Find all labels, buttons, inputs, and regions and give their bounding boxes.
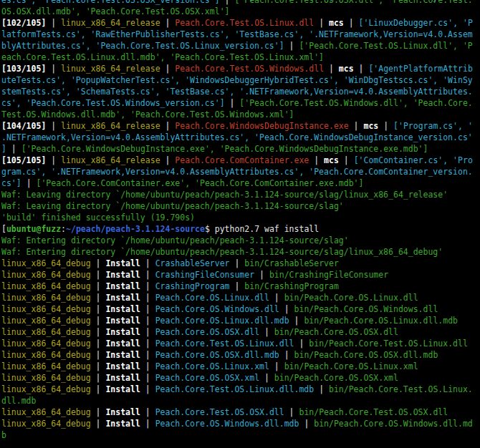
terminal-text-segment: |	[354, 64, 369, 74]
terminal-line: dll.mdb	[1, 395, 480, 406]
install-action: Install	[105, 350, 140, 360]
terminal-line: [102/105] | linux_x86_64_release | Peach…	[1, 17, 480, 29]
build-step-counter: [103/105]	[1, 64, 46, 74]
terminal-line: Waf: Entering directory `/home/ubuntu/pe…	[1, 235, 480, 246]
build-finished-message: 'build' finished successfully (19.790s)	[1, 213, 195, 223]
terminal-line: linux_x86_64_debug | Install | CrashingF…	[1, 269, 480, 281]
terminal-text-segment: |	[140, 258, 155, 268]
build-variant: linux_x86_64_debug	[1, 384, 91, 394]
install-source: CrashableServer	[155, 258, 230, 268]
prompt-path: ~/peach/peach-3.1.124-source	[66, 224, 205, 234]
terminal-line: b	[1, 429, 480, 441]
terminal-text-segment: |	[220, 0, 235, 5]
install-source: Peach.Core.Test.OS.OSX.dll	[155, 407, 284, 417]
install-source: Peach.Core.OS.Linux.xml	[155, 361, 269, 371]
terminal-text-segment: |	[140, 350, 155, 360]
terminal-text-segment: |	[91, 281, 106, 291]
terminal-line: OS.OSX.dll.mdb', 'Peach.Core.Test.OS.OSX…	[1, 6, 480, 17]
terminal-text-segment: ['AgentPlatformAttrib	[368, 64, 472, 74]
terminal-text-segment: |	[259, 373, 274, 383]
terminal-line: [105/105] | linux_x86_64_release | Peach…	[1, 155, 480, 166]
build-variant: linux_x86_64_debug	[1, 293, 91, 303]
terminal-text-segment: |	[91, 373, 106, 383]
terminal-text-segment: |	[140, 327, 155, 337]
terminal-text-segment: blyAttributes.cs', 'Peach.Core.Test.OS.L…	[1, 41, 284, 51]
terminal-line: linux_x86_64_debug | Install | Peach.Cor…	[1, 326, 480, 338]
terminal-text-segment: |	[349, 121, 364, 131]
install-source: Peach.Core.Test.OS.Linux.dll.mdb	[155, 384, 315, 394]
terminal-line: Waf: Leaving directory `/home/ubuntu/pea…	[1, 200, 480, 212]
compiler-name: mcs	[363, 121, 378, 131]
install-destination: dll.mdb	[1, 396, 36, 406]
terminal-line: linux_x86_64_debug | Install | CrashingP…	[1, 281, 480, 292]
terminal-text-segment: ['LinuxDebugger.cs', 'P	[359, 18, 473, 28]
terminal-line: linux_x86_64_debug | Install | Peach.Cor…	[1, 384, 480, 395]
terminal-text-segment: |	[91, 258, 106, 268]
install-destination: bin/Peach.Core.OS.Windows.dll	[294, 304, 438, 314]
terminal-text-segment: |	[339, 155, 354, 165]
waf-entering-message: Waf: Entering directory `/home/ubuntu/pe…	[1, 247, 443, 257]
terminal-text-segment: es.cs', 'Peach.Core.Test.OS.OSX_version.…	[1, 0, 220, 5]
prompt-command: $ python2.7 waf install	[205, 224, 319, 234]
build-variant: linux_x86_64_debug	[1, 419, 91, 429]
terminal-text-segment: [	[1, 224, 6, 234]
install-destination: bin/Peach.Core.Test.OS.Linux.dll	[309, 339, 468, 349]
terminal-text-segment: |	[294, 339, 309, 349]
install-action: Install	[105, 419, 140, 429]
terminal-text-segment: |	[91, 407, 106, 417]
install-source: CrashingProgram	[155, 281, 230, 291]
terminal-text-segment: |	[140, 407, 155, 417]
terminal-text-segment: |	[6, 144, 21, 154]
install-destination: bin/Peach.Core.Test.OS.Linux.	[329, 384, 473, 394]
terminal-line: latformTests.cs', 'RawEtherPublisherTest…	[1, 29, 480, 40]
terminal-line: linux_x86_64_debug | Install | Peach.Cor…	[1, 372, 480, 384]
terminal-line: cs', 'Peach.Core.Test.OS.Windows_version…	[1, 97, 480, 109]
terminal-line: gram.cs', '.NETFramework,Version=v4.0.As…	[1, 166, 480, 177]
terminal-screen[interactable]: atcherTests.cs', 'PlatformTests.cs', 'Te…	[0, 0, 480, 448]
build-variant: linux_x86_64_release	[61, 155, 160, 165]
install-action: Install	[105, 407, 140, 417]
build-target: Peach.Core.ComContainer.exe	[175, 155, 309, 165]
terminal-text-segment: |	[140, 384, 155, 394]
build-step-counter: [105/105]	[1, 155, 46, 165]
build-variant: linux_x86_64_debug	[1, 258, 91, 268]
terminal-line: [ubuntu@fuzz:~/peach/peach-3.1.124-sourc…	[1, 223, 480, 235]
terminal-text-segment: gram.cs', '.NETFramework,Version=v4.0.As…	[1, 167, 473, 177]
build-variant: linux_x86_64_debug	[1, 373, 91, 383]
install-source: Peach.Core.OS.Linux.dll.mdb	[155, 316, 289, 326]
compiler-name: mcs	[329, 18, 344, 28]
build-variant: linux_x86_64_debug	[1, 270, 91, 280]
terminal-text-segment: |	[91, 350, 106, 360]
terminal-text-segment: uteTests.cs', 'PopupWatcherTest.cs', 'Wi…	[1, 75, 473, 85]
terminal-text-segment: ['Peach.Core.Test.OS.OSX.dll', 'Peach.Co…	[234, 0, 472, 5]
terminal-text-segment: .NETFramework,Version=v4.0.AssemblyAttri…	[1, 132, 473, 142]
build-variant: linux_x86_64_debug	[1, 350, 91, 360]
terminal-text-segment: |	[140, 293, 155, 303]
install-action: Install	[105, 293, 140, 303]
terminal-text-segment: |	[46, 64, 61, 74]
terminal-text-segment: |	[284, 407, 299, 417]
build-target: Peach.Core.WindowsDebugInstance.exe	[175, 121, 348, 131]
terminal-line: linux_x86_64_debug | Install | Peach.Cor…	[1, 315, 480, 326]
terminal-line: linux_x86_64_debug | Install | Peach.Cor…	[1, 361, 480, 372]
install-destination: bin/Peach.Core.OS.OSX.xml	[274, 373, 398, 383]
terminal-line: Waf: Entering directory `/home/ubuntu/pe…	[1, 246, 480, 258]
install-action: Install	[105, 339, 140, 349]
terminal-text-segment: ['Peach.Core.Test.OS.Windows.dll', 'Peac…	[239, 98, 472, 108]
install-source: Peach.Core.OS.Linux.dll	[155, 293, 269, 303]
terminal-text-segment: |	[91, 419, 106, 429]
terminal-line: .NETFramework,Version=v4.0.AssemblyAttri…	[1, 132, 480, 143]
terminal-text-segment: |	[314, 18, 329, 28]
install-destination: bin/Peach.Core.Test.OS.OSX.dll	[299, 407, 448, 417]
terminal-line: [104/105] | linux_x86_64_release | Peach…	[1, 120, 480, 132]
terminal-line: linux_x86_64_debug | Install | Peach.Cor…	[1, 418, 480, 429]
terminal-text-segment: |	[254, 270, 269, 280]
install-source: CrashingFileConsumer	[155, 270, 254, 280]
terminal-line: Test.OS.Windows.dll.mdb', 'Peach.Core.Te…	[1, 109, 480, 120]
terminal-text-segment: |	[289, 316, 304, 326]
build-variant: linux_x86_64_debug	[1, 407, 91, 417]
terminal-text-segment: |	[160, 155, 176, 165]
install-action: Install	[105, 384, 140, 394]
install-action: Install	[105, 281, 140, 291]
terminal-line: linux_x86_64_debug | Install | Peach.Cor…	[1, 338, 480, 349]
